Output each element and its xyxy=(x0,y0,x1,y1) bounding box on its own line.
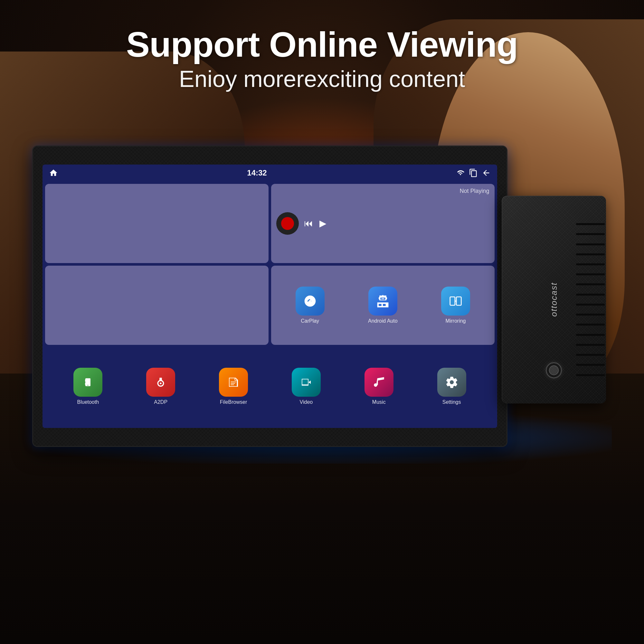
screen-display: 14:32 xyxy=(43,165,497,428)
a2dp-symbol xyxy=(154,375,167,389)
vent-slit xyxy=(576,344,605,346)
vent-slit xyxy=(576,263,605,265)
vent-slit xyxy=(576,294,605,296)
app-android-auto[interactable]: Android Auto xyxy=(368,287,398,324)
bottom-app-row: Bluetooth A2DP xyxy=(45,347,494,425)
svg-rect-2 xyxy=(456,297,461,305)
filebrowser-icon xyxy=(219,368,248,397)
settings-icon xyxy=(437,368,466,397)
hero-text-block: Support Online Viewing Enioy morerexciti… xyxy=(0,26,644,92)
app-a2dp[interactable]: A2DP xyxy=(146,368,175,405)
android-auto-label: Android Auto xyxy=(368,318,398,324)
dongle-led-center xyxy=(549,365,559,375)
vent-slit xyxy=(576,324,605,326)
vent-slit xyxy=(576,223,605,225)
hero-title: Support Online Viewing xyxy=(0,26,644,63)
mirroring-symbol xyxy=(447,293,464,309)
screen-content: ⏮ ▶ Not Playing xyxy=(43,181,497,428)
wifi-icon xyxy=(456,169,465,176)
music-controls: ⏮ ▶ xyxy=(304,218,489,229)
vent-slit xyxy=(576,243,605,245)
not-playing-label: Not Playing xyxy=(460,188,489,194)
carplay-label: CarPlay xyxy=(301,318,319,324)
vent-slit xyxy=(576,233,605,235)
music-icon xyxy=(365,368,393,397)
vent-slit xyxy=(576,304,605,306)
video-symbol xyxy=(299,375,313,389)
vent-slit xyxy=(576,273,605,275)
status-left xyxy=(49,168,58,177)
app-carplay[interactable]: CarPlay xyxy=(296,287,325,324)
dongle-vents xyxy=(575,216,606,383)
settings-symbol xyxy=(445,375,459,389)
app-filebrowser[interactable]: FileBrowser xyxy=(219,368,248,405)
tile-apps-middle: CarPlay Android Auto xyxy=(271,266,495,345)
mirroring-label: Mirroring xyxy=(445,318,466,324)
brand-logo: ottocast xyxy=(549,282,559,317)
home-icon[interactable] xyxy=(49,168,58,177)
app-settings[interactable]: Settings xyxy=(437,368,466,405)
status-right xyxy=(456,168,491,177)
carplay-icon xyxy=(296,287,325,316)
filebrowser-label: FileBrowser xyxy=(220,399,247,405)
vent-slit xyxy=(576,334,605,336)
prev-button[interactable]: ⏮ xyxy=(304,218,313,229)
car-display-wrapper: 14:32 xyxy=(32,129,612,464)
vent-slit xyxy=(576,354,605,356)
app-music[interactable]: Music xyxy=(365,368,393,405)
dongle-led-ring xyxy=(546,362,562,378)
svg-rect-5 xyxy=(231,382,236,382)
a2dp-icon xyxy=(146,368,175,397)
bluetooth-label: Bluetooth xyxy=(77,399,99,405)
tile-placeholder-2 xyxy=(45,266,269,345)
vent-slit xyxy=(576,283,605,285)
tile-music-player: ⏮ ▶ Not Playing xyxy=(271,184,495,263)
back-icon[interactable] xyxy=(482,168,491,177)
dongle-device: ottocast xyxy=(502,196,606,403)
hero-subtitle: Enioy morerexciting content xyxy=(0,66,644,92)
settings-label: Settings xyxy=(442,399,461,405)
a2dp-label: A2DP xyxy=(154,399,167,405)
carplay-symbol xyxy=(302,293,318,309)
video-label: Video xyxy=(300,399,313,405)
music-symbol xyxy=(372,375,386,389)
clock-display: 14:32 xyxy=(247,168,267,177)
tile-placeholder-1 xyxy=(45,184,269,263)
vent-slit xyxy=(576,253,605,255)
svg-rect-1 xyxy=(450,297,455,305)
app-bluetooth[interactable]: Bluetooth xyxy=(73,368,102,405)
android-auto-icon xyxy=(368,287,397,316)
status-bar: 14:32 xyxy=(43,165,497,181)
svg-point-0 xyxy=(309,300,311,302)
vent-slit xyxy=(576,374,605,376)
copy-icon[interactable] xyxy=(469,168,478,177)
music-label: Music xyxy=(372,399,386,405)
play-button[interactable]: ▶ xyxy=(319,218,327,229)
bluetooth-icon xyxy=(73,368,102,397)
filebrowser-symbol xyxy=(227,375,240,389)
mirroring-icon xyxy=(441,287,470,316)
car-display-device: 14:32 xyxy=(32,146,507,447)
video-icon xyxy=(292,368,321,397)
bluetooth-symbol xyxy=(81,375,95,389)
svg-rect-7 xyxy=(231,384,234,385)
app-mirroring[interactable]: Mirroring xyxy=(441,287,470,324)
svg-point-4 xyxy=(160,383,162,384)
album-art xyxy=(276,212,299,235)
vent-slit xyxy=(576,364,605,366)
vent-slit xyxy=(576,314,605,316)
app-video[interactable]: Video xyxy=(292,368,321,405)
android-auto-symbol xyxy=(374,293,391,309)
svg-rect-6 xyxy=(231,383,235,384)
